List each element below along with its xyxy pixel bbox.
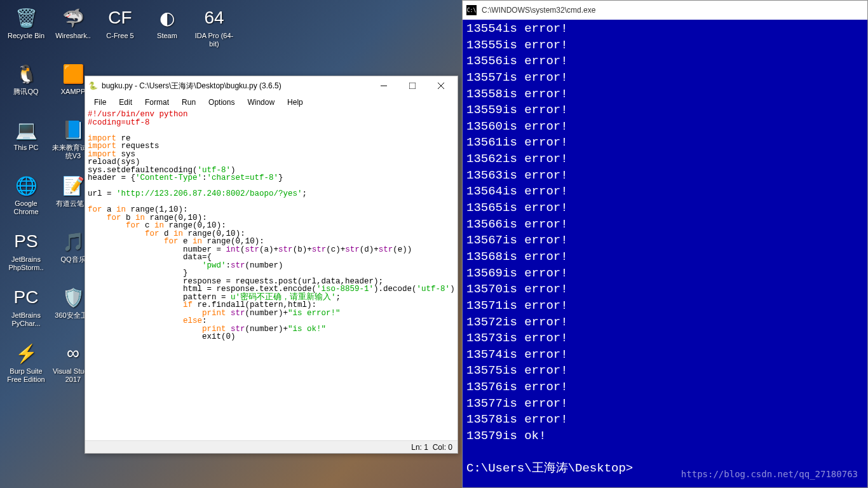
app-icon: 🗑️ [13, 5, 39, 30]
app-icon: 🦈 [60, 5, 86, 30]
desktop-icon[interactable]: 🐧腾讯QQ [3, 58, 50, 114]
desktop-icon[interactable]: PSJetBrains PhpStorm.. [3, 226, 50, 282]
app-icon: 🛡️ [60, 285, 86, 310]
desktop-icon[interactable]: 💻This PC [3, 114, 50, 170]
icon-label: Steam [157, 32, 177, 40]
idle-title: bugku.py - C:\Users\王海涛\Desktop\bugku.py… [102, 81, 369, 92]
svg-rect-1 [409, 83, 416, 89]
app-icon: ⚡ [13, 341, 39, 366]
python-icon: 🐍 [88, 81, 98, 91]
app-icon: 🎵 [60, 229, 86, 254]
desktop-icon[interactable]: ⚡Burp Suite Free Edition [3, 338, 50, 394]
icon-label: Google Chrome [4, 200, 48, 216]
minimize-button[interactable] [369, 77, 398, 95]
status-ln: Ln: 1 [411, 443, 428, 452]
menu-options[interactable]: Options [202, 97, 241, 108]
idle-menubar: FileEditFormatRunOptionsWindowHelp [85, 95, 458, 109]
app-icon: 64 [201, 5, 227, 30]
close-button[interactable] [426, 77, 455, 95]
desktop-icon[interactable]: PCJetBrains PyChar... [3, 282, 50, 338]
cmd-output[interactable]: 13554is error! 13555is error! 13556is er… [463, 20, 867, 487]
icon-label: IDA Pro (64-bit) [192, 32, 236, 48]
icon-label: QQ音乐 [60, 255, 85, 264]
desktop-icon[interactable]: 🌐Google Chrome [3, 170, 50, 226]
maximize-button[interactable] [398, 77, 426, 95]
menu-format[interactable]: Format [139, 97, 175, 108]
cmd-window: C:\ C:\WINDOWS\system32\cmd.exe 13554is … [462, 0, 868, 488]
cmd-icon: C:\ [466, 5, 477, 15]
icon-label: This PC [13, 144, 38, 152]
menu-edit[interactable]: Edit [112, 97, 139, 108]
idle-statusbar: Ln: 1 Col: 0 [85, 440, 458, 453]
idle-titlebar[interactable]: 🐍 bugku.py - C:\Users\王海涛\Desktop\bugku.… [85, 76, 458, 95]
desktop-icon[interactable]: CFC-Free 5 [97, 3, 144, 58]
icon-label: C-Free 5 [106, 32, 133, 40]
cmd-titlebar[interactable]: C:\ C:\WINDOWS\system32\cmd.exe [463, 1, 867, 20]
cmd-title: C:\WINDOWS\system32\cmd.exe [482, 6, 595, 15]
desktop-icon[interactable]: 🗑️Recycle Bin [3, 3, 50, 58]
icon-label: 腾讯QQ [13, 88, 38, 96]
app-icon: 🐧 [13, 61, 39, 86]
app-icon: PC [13, 285, 39, 310]
menu-file[interactable]: File [88, 97, 112, 108]
menu-window[interactable]: Window [241, 97, 281, 108]
idle-window: 🐍 bugku.py - C:\Users\王海涛\Desktop\bugku.… [85, 76, 458, 454]
app-icon: CF [107, 5, 133, 30]
icon-label: Burp Suite Free Edition [4, 367, 48, 384]
watermark: https://blog.csdn.net/qq_27180763 [681, 469, 858, 479]
menu-run[interactable]: Run [175, 97, 202, 108]
app-icon: 📘 [60, 117, 86, 142]
app-icon: 📝 [60, 173, 86, 198]
icon-label: JetBrains PhpStorm.. [4, 255, 48, 272]
app-icon: 💻 [13, 117, 39, 142]
status-col: Col: 0 [433, 443, 452, 452]
app-icon: 🌐 [13, 173, 39, 198]
desktop-icon[interactable]: 🦈Wireshark.. [50, 3, 97, 58]
icon-label: Recycle Bin [8, 32, 44, 40]
desktop-icon[interactable]: ◐Steam [144, 3, 191, 58]
icon-label: XAMPP [61, 88, 86, 96]
icon-label: Wireshark.. [55, 32, 91, 40]
app-icon: ∞ [60, 341, 86, 366]
menu-help[interactable]: Help [281, 97, 309, 108]
app-icon: PS [13, 229, 39, 254]
app-icon: ◐ [154, 5, 180, 30]
idle-code-area[interactable]: #!/usr/bin/env python #coding=utf-8 impo… [85, 109, 458, 440]
icon-label: JetBrains PyChar... [4, 311, 48, 328]
desktop-icon[interactable]: 64IDA Pro (64-bit) [191, 3, 238, 58]
app-icon: 🟧 [60, 61, 86, 86]
